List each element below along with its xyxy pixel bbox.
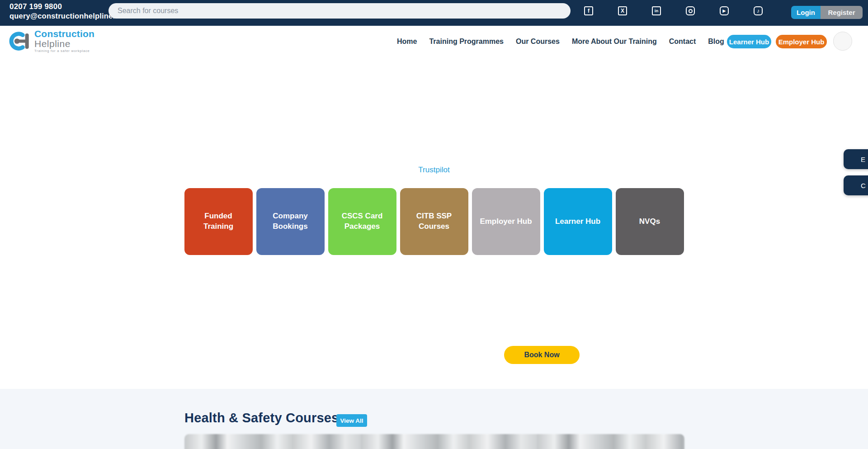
health-safety-courses-section: Health & Safety Courses View All [0,389,868,449]
side-tab-bottom[interactable]: C [844,175,868,195]
youtube-icon[interactable]: ▶ [720,6,729,15]
tile-company-bookings[interactable]: Company Bookings [256,188,325,255]
course-card-image[interactable] [184,434,684,449]
nav-item-training-programmes[interactable]: Training Programmes [429,38,504,46]
trustpilot-link[interactable]: Trustpilot [0,165,868,175]
brand-name-top: Construction [34,29,94,39]
section-title: Health & Safety Courses [184,411,339,425]
tile-nvqs[interactable]: NVQs [616,188,684,255]
instagram-icon[interactable] [686,6,695,15]
brand-logo-icon [7,30,32,52]
learner-hub-button[interactable]: Learner Hub [727,35,771,48]
tiktok-icon[interactable]: ♪ [754,6,763,15]
facebook-icon[interactable]: f [584,6,593,15]
login-button[interactable]: Login [791,6,821,19]
nav-item-contact[interactable]: Contact [669,38,696,46]
nav-item-our-courses[interactable]: Our Courses [516,38,560,46]
nav-item-blog[interactable]: Blog [708,38,724,46]
tile-funded-training[interactable]: Funded Training [184,188,253,255]
tile-citb-ssp-courses[interactable]: CITB SSP Courses [400,188,468,255]
brand-tagline: Training for a safer workplace [34,49,94,53]
tile-cscs-card-packages[interactable]: CSCS Card Packages [328,188,396,255]
side-tab-top[interactable]: E [844,149,868,169]
social-icons: f X in ▶ ♪ [584,6,763,15]
main-navbar: Construction Helpline Training for a saf… [0,26,868,57]
top-bar: 0207 199 9800 query@constructionhelpline… [0,0,868,26]
brand-logo[interactable]: Construction Helpline Training for a saf… [7,29,94,53]
avatar[interactable] [833,32,852,51]
register-button[interactable]: Register [821,6,863,19]
search-input[interactable] [108,3,571,19]
nav-item-home[interactable]: Home [397,38,417,46]
tile-employer-hub[interactable]: Employer Hub [472,188,540,255]
category-tiles: Funded Training Company Bookings CSCS Ca… [0,188,868,255]
x-twitter-icon[interactable]: X [618,6,627,15]
hero-section: Trustpilot Funded Training Company Booki… [0,57,868,389]
brand-name-bottom: Helpline [34,39,94,48]
page: { "topbar": { "phone": "0207 199 9800", … [0,0,868,449]
employer-hub-button[interactable]: Employer Hub [776,35,827,48]
brand-text: Construction Helpline Training for a saf… [34,29,94,53]
tile-learner-hub[interactable]: Learner Hub [544,188,612,255]
nav-menu: Home Training Programmes Our Courses Mor… [397,26,724,57]
book-now-button[interactable]: Book Now [504,346,580,364]
auth-buttons: Login Register [791,6,863,19]
nav-item-more-about-our-training[interactable]: More About Our Training [572,38,657,46]
linkedin-icon[interactable]: in [652,6,661,15]
view-all-button[interactable]: View All [336,414,367,427]
